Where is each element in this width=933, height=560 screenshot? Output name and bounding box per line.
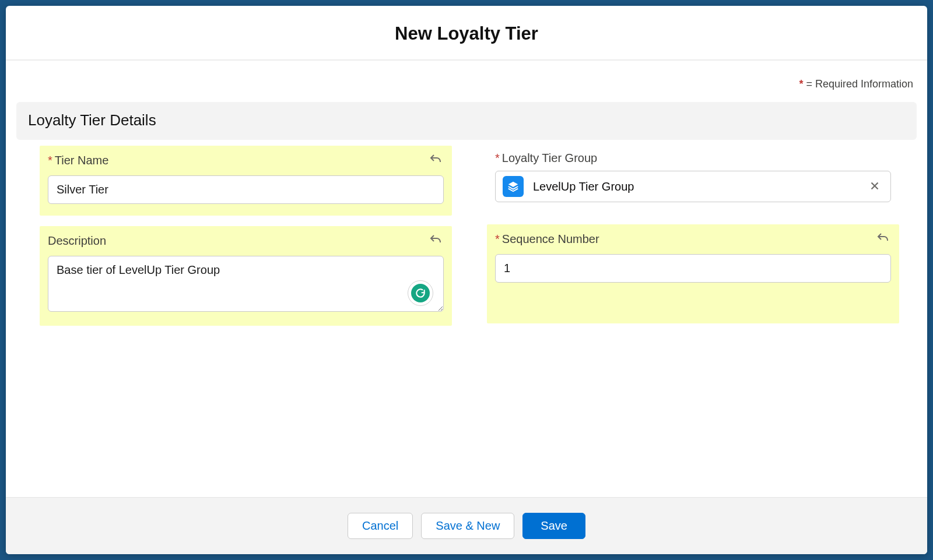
section-header: Loyalty Tier Details [16,102,917,140]
loyalty-tier-group-field: *Loyalty Tier Group LevelUp Tier Group [487,146,899,214]
description-undo-button[interactable] [427,232,444,250]
required-star: * [495,233,500,245]
description-textarea[interactable] [48,256,444,312]
tier-name-label: *Tier Name [48,154,108,167]
grammarly-icon[interactable] [408,280,433,306]
form-grid: *Tier Name Description [16,140,917,326]
right-column: *Loyalty Tier Group LevelUp Tier Group [487,146,899,323]
required-star: * [48,154,52,167]
loyalty-tier-group-label: *Loyalty Tier Group [495,152,597,165]
new-loyalty-tier-modal: New Loyalty Tier * = Required Informatio… [6,6,927,554]
description-field: Description [40,226,452,326]
modal-title: New Loyalty Tier [17,23,916,44]
required-info-note: * = Required Information [16,71,917,102]
sequence-number-undo-button[interactable] [875,230,891,248]
tier-name-input[interactable] [48,175,444,204]
undo-icon [429,233,443,247]
required-star: * [495,152,500,164]
required-text: = Required Information [803,78,913,90]
loyalty-tier-group-lookup[interactable]: LevelUp Tier Group [495,171,891,202]
save-and-new-button[interactable]: Save & New [421,513,514,539]
save-button[interactable]: Save [522,513,585,539]
left-column: *Tier Name Description [40,146,452,326]
sequence-number-field: *Sequence Number [487,224,899,323]
loyalty-tier-group-value: LevelUp Tier Group [533,180,857,193]
tier-name-field: *Tier Name [40,146,452,216]
tier-name-undo-button[interactable] [427,152,444,170]
close-icon [868,179,881,192]
undo-icon [876,231,890,245]
layers-icon [503,176,524,197]
cancel-button[interactable]: Cancel [348,513,413,539]
sequence-number-label: *Sequence Number [495,233,599,246]
sequence-number-input[interactable] [495,254,891,283]
description-label: Description [48,234,106,248]
modal-header: New Loyalty Tier [6,6,927,61]
remove-tier-group-button[interactable] [866,177,883,196]
modal-footer: Cancel Save & New Save [6,497,927,554]
modal-body: * = Required Information Loyalty Tier De… [6,61,927,497]
undo-icon [429,153,443,167]
